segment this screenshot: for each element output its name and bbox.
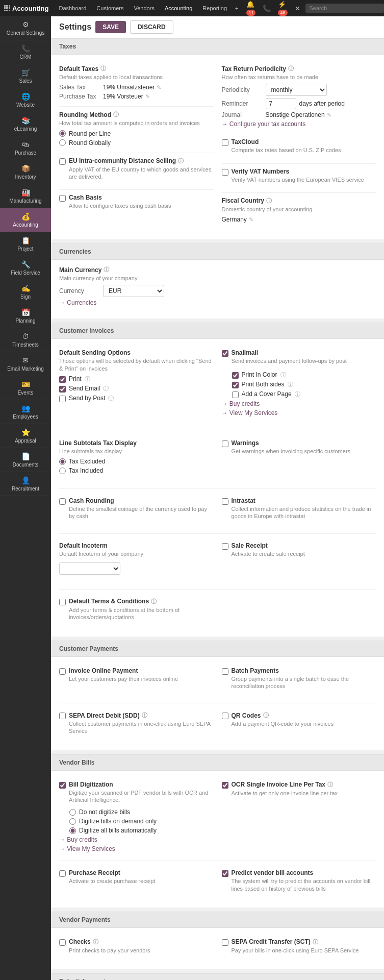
configure-tax-link[interactable]: → Configure your tax accounts [222, 120, 376, 128]
add-cover-info[interactable]: ⓘ [295, 390, 300, 398]
bell-icon[interactable]: 🔔 11 [244, 0, 258, 17]
vb-buy-credits-link[interactable]: → Buy credits [59, 836, 214, 843]
taxcloud-checkbox[interactable]: TaxCloud Compute tax rates based on U.S.… [222, 138, 376, 157]
invoice-online-checkbox[interactable]: Invoice Online Payment Let your customer… [59, 667, 214, 685]
checks-info[interactable]: ⓘ [93, 938, 98, 946]
sidebar-item-sales[interactable]: 🛒 Sales [0, 64, 51, 88]
planning-icon: 📅 [21, 308, 30, 316]
tax-excluded-radio[interactable]: Tax Excluded [59, 458, 214, 465]
sidebar-item-email-marketing[interactable]: ✉ Email Marketing [0, 352, 51, 376]
close-icon[interactable]: ✕ [293, 4, 302, 13]
send-email-checkbox[interactable]: Send Email ⓘ [59, 385, 214, 393]
sidebar-item-planning[interactable]: 📅 Planning [0, 304, 51, 328]
print-color-checkbox[interactable]: Print In Color ⓘ [232, 371, 376, 379]
eu-intra-checkbox[interactable]: EU Intra-community Distance Selling ⓘ Ap… [59, 157, 214, 184]
nav-vendors[interactable]: Vendors [130, 0, 159, 16]
nav-accounting[interactable]: Accounting [161, 0, 196, 16]
terms-info[interactable]: ⓘ [151, 598, 157, 605]
sidebar-item-recruitment[interactable]: 👤 Recruitment [0, 472, 51, 496]
digitize-auto-radio[interactable]: Digitize all bills automatically [69, 827, 214, 834]
sidebar-item-inventory[interactable]: 📦 Inventory [0, 160, 51, 184]
sidebar-item-documents[interactable]: 📄 Documents [0, 448, 51, 472]
default-terms-checkbox[interactable]: Default Terms & Conditions ⓘ Add your te… [59, 598, 214, 624]
sidebar-item-general[interactable]: ⚙ General Settings [0, 16, 51, 40]
send-email-info[interactable]: ⓘ [103, 385, 109, 393]
sidebar-item-timesheets[interactable]: ⏱ Timesheets [0, 328, 51, 352]
sidebar-item-elearning[interactable]: 📚 eLearning [0, 112, 51, 136]
sidebar-item-sign[interactable]: ✍ Sign [0, 280, 51, 304]
sepa-sdd-info[interactable]: ⓘ [142, 712, 147, 719]
periodicity-select[interactable]: monthly [266, 84, 327, 96]
send-by-post-checkbox[interactable]: Send by Post ⓘ [59, 395, 214, 402]
sidebar-item-appraisal[interactable]: ⭐ Appraisal [0, 424, 51, 448]
phone-icon[interactable]: 📞 [261, 4, 273, 13]
cash-rounding-checkbox[interactable]: Cash Rounding Define the smallest coinag… [59, 497, 214, 523]
discard-button[interactable]: DISCARD [130, 20, 173, 34]
journal-edit[interactable]: ✎ [327, 112, 331, 118]
ocr-info[interactable]: ⓘ [327, 781, 333, 789]
verify-vat-checkbox[interactable]: Verify VAT Numbers Verify VAT numbers us… [222, 168, 376, 186]
round-per-line-radio[interactable]: Round per Line [59, 130, 214, 137]
main-currency-info[interactable]: ⓘ [104, 266, 109, 274]
email-marketing-icon: ✉ [22, 356, 29, 364]
tax-included-radio[interactable]: Tax Included [59, 467, 214, 474]
nav-customers[interactable]: Customers [92, 0, 127, 16]
currencies-link[interactable]: → Currencies [59, 299, 376, 306]
sidebar-item-events[interactable]: 🎫 Events [0, 376, 51, 400]
sidebar-item-project[interactable]: 📋 Project [0, 232, 51, 256]
qr-codes-info[interactable]: ⓘ [263, 712, 269, 719]
currency-select[interactable]: EUR [103, 285, 164, 297]
sepa-sct-info[interactable]: ⓘ [313, 938, 318, 946]
purchase-receipt-checkbox[interactable]: Purchase Receipt Activate to create purc… [59, 869, 214, 888]
print-info[interactable]: ⓘ [85, 375, 90, 383]
sidebar-item-employees[interactable]: 👥 Employees [0, 400, 51, 424]
sepa-sdd-checkbox[interactable]: SEPA Direct Debit (SDD) ⓘ Collect custom… [59, 712, 214, 738]
activity-icon[interactable]: ⚡ 46 [276, 0, 289, 17]
sidebar-item-field-service[interactable]: 🔧 Field Service [0, 256, 51, 280]
buy-credits-link[interactable]: → Buy credits [222, 400, 376, 407]
incoterm-select[interactable] [59, 562, 120, 575]
send-by-post-info[interactable]: ⓘ [108, 395, 114, 402]
batch-payments-checkbox[interactable]: Batch Payments Group payments into a sin… [222, 667, 376, 693]
predict-vendor-checkbox[interactable]: Predict vendor bill accounts The system … [222, 869, 376, 895]
sidebar-item-crm[interactable]: 📞 CRM [0, 40, 51, 64]
add-cover-checkbox[interactable]: Add a Cover Page ⓘ [232, 390, 376, 398]
sidebar-item-accounting[interactable]: 💰 Accounting [0, 208, 51, 232]
nav-reporting[interactable]: Reporting [198, 0, 231, 16]
digitize-demand-radio[interactable]: Digitize bills on demand only [69, 818, 214, 825]
print-both-checkbox[interactable]: Print Both sides ⓘ [232, 381, 376, 388]
snailmail-checkbox[interactable]: Snailmail Send invoices and payment foll… [222, 349, 376, 368]
warnings-checkbox[interactable]: Warnings Get warnings when invoicing spe… [222, 439, 376, 458]
save-button[interactable]: SAVE [95, 21, 126, 33]
view-services-link[interactable]: → View My Services [222, 409, 376, 416]
sidebar-item-purchase[interactable]: 🛍 Purchase [0, 136, 51, 160]
cash-basis-checkbox[interactable]: Cash Basis Allow to configure taxes usin… [59, 194, 214, 212]
fiscal-country-edit[interactable]: ✎ [249, 216, 253, 223]
sepa-sct-checkbox[interactable]: SEPA Credit Transfer (SCT) ⓘ Pay your bi… [222, 938, 376, 957]
sidebar-item-manufacturing[interactable]: 🏭 Manufacturing [0, 184, 51, 208]
print-checkbox[interactable]: Print ⓘ [59, 375, 214, 383]
purchase-tax-edit[interactable]: ✎ [145, 93, 150, 100]
round-globally-radio[interactable]: Round Globally [59, 139, 214, 146]
print-both-info[interactable]: ⓘ [288, 381, 293, 388]
print-color-info[interactable]: ⓘ [280, 371, 286, 379]
checks-checkbox[interactable]: Checks ⓘ Print checks to pay your vendor… [59, 938, 214, 957]
nav-add[interactable]: + [233, 5, 240, 11]
fiscal-country-info[interactable]: ⓘ [266, 197, 272, 205]
intrastat-checkbox[interactable]: Intrastat Collect information and produc… [222, 497, 376, 523]
tax-return-info[interactable]: ⓘ [288, 65, 294, 72]
sidebar-item-website[interactable]: 🌐 Website [0, 88, 51, 112]
nav-dashboard[interactable]: Dashboard [55, 0, 91, 16]
default-taxes-info[interactable]: ⓘ [100, 65, 106, 72]
ocr-single-checkbox[interactable]: OCR Single Invoice Line Per Tax ⓘ Activa… [222, 781, 376, 800]
no-digitize-radio[interactable]: Do not digitize bills [69, 808, 214, 816]
eu-intra-info[interactable]: ⓘ [178, 157, 184, 165]
qr-codes-checkbox[interactable]: QR Codes ⓘ Add a payment QR-code to your… [222, 712, 376, 730]
bill-digitization-checkbox[interactable]: Bill Digitization Digitize your scanned … [59, 781, 214, 807]
sales-tax-edit[interactable]: ✎ [157, 84, 161, 91]
search-input[interactable] [305, 4, 384, 13]
reminder-input[interactable] [266, 98, 296, 109]
sale-receipt-checkbox[interactable]: Sale Receipt Activate to create sale rec… [222, 542, 376, 560]
vb-view-services-link[interactable]: → View My Services [59, 845, 214, 852]
rounding-info[interactable]: ⓘ [113, 111, 119, 118]
